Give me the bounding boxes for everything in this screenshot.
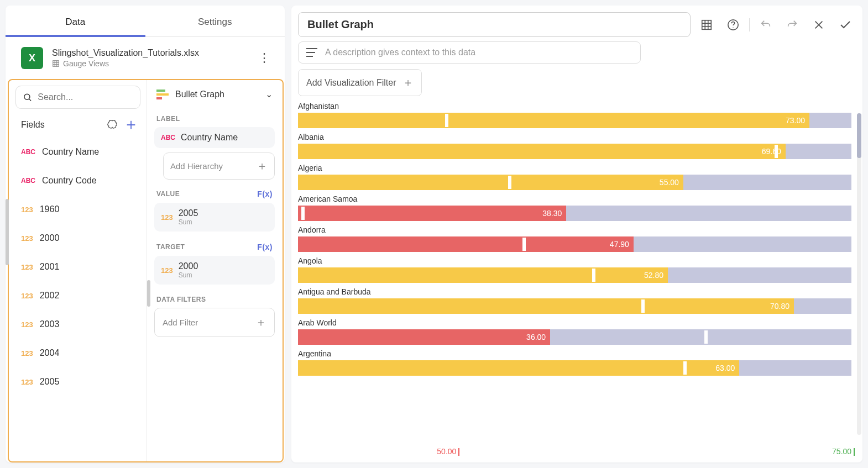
bullet-value-bar: 73.00 xyxy=(298,113,809,128)
redo-button[interactable] xyxy=(782,14,803,35)
field-item[interactable]: 1232001 xyxy=(15,253,140,281)
datasource-menu-button[interactable]: ⋮ xyxy=(255,51,274,65)
svg-rect-0 xyxy=(53,61,59,67)
bullet-target-marker xyxy=(301,207,305,220)
bullet-label: Algeria xyxy=(298,164,851,172)
plus-icon: ＋ xyxy=(402,75,414,90)
fields-list: ABCCountry NameABCCountry Code1231960123… xyxy=(15,138,140,396)
number-type-icon: 123 xyxy=(21,292,33,300)
axis-row: 50.00 75.00 xyxy=(298,444,856,456)
number-type-icon: 123 xyxy=(21,234,33,243)
svg-rect-12 xyxy=(702,20,712,29)
bullet-label: Antigua and Barbuda xyxy=(298,287,851,296)
bullet-label: Andorra xyxy=(298,225,851,234)
number-type-icon: 123 xyxy=(21,206,33,214)
grid-icon xyxy=(700,19,713,31)
description-input[interactable]: A description gives context to this data xyxy=(298,41,641,64)
bullet-track[interactable]: 63.00 xyxy=(298,360,851,376)
fx-target-button[interactable]: F(x) xyxy=(257,243,273,251)
bullet-track[interactable]: 52.80 xyxy=(298,267,851,283)
fields-header-row: Fields xyxy=(15,109,140,138)
bullet-target-marker xyxy=(508,176,511,189)
grid-view-button[interactable] xyxy=(696,14,717,35)
bullet-track[interactable]: 70.80 xyxy=(298,298,851,314)
config-column: Bullet Graph ⌄ LABEL ABC Country Name Ad… xyxy=(146,80,283,461)
bullet-target-marker xyxy=(592,269,595,282)
field-item[interactable]: ABCCountry Name xyxy=(15,138,140,166)
bullet-target-marker xyxy=(522,238,526,251)
excel-file-icon: X xyxy=(21,47,43,69)
panel-body-highlight: Fields ABCCountry NameABCCountry Code123… xyxy=(8,79,284,462)
search-box[interactable] xyxy=(15,86,140,109)
toolbar-separator xyxy=(749,18,750,31)
bullet-track[interactable]: 36.00 xyxy=(298,329,851,345)
field-label: 2002 xyxy=(40,291,60,301)
tab-settings[interactable]: Settings xyxy=(145,6,285,36)
label-field-pill[interactable]: ABC Country Name xyxy=(154,127,275,148)
field-item[interactable]: 1232005 xyxy=(15,367,140,396)
search-input[interactable] xyxy=(38,92,133,102)
number-type-icon: 123 xyxy=(21,320,33,329)
bullet-row: American Samoa 38.30 xyxy=(298,194,851,221)
close-button[interactable] xyxy=(808,14,829,35)
bullet-track[interactable]: 55.00 xyxy=(298,175,851,190)
bullet-row: Albania 69.60 xyxy=(298,133,851,159)
field-item[interactable]: ABCCountry Code xyxy=(15,166,140,195)
chevron-down-icon: ⌄ xyxy=(265,89,273,99)
bullet-row: Andorra 47.90 xyxy=(298,225,851,252)
bullet-track[interactable]: 47.90 xyxy=(298,236,851,252)
target-field-pill[interactable]: 123 2000 Sum xyxy=(154,256,275,285)
help-button[interactable] xyxy=(723,14,744,35)
plus-icon: ＋ xyxy=(255,315,266,330)
bullet-row: Algeria 55.00 xyxy=(298,164,851,190)
field-item[interactable]: 1232002 xyxy=(15,281,140,310)
bullet-value-bar: 52.80 xyxy=(298,267,668,283)
redo-icon xyxy=(786,19,798,31)
bullet-row: Antigua and Barbuda 70.80 xyxy=(298,287,851,314)
bullet-value-bar: 69.60 xyxy=(298,144,786,159)
field-item[interactable]: 1232000 xyxy=(15,224,140,253)
right-panel: A description gives context to this data… xyxy=(291,6,862,462)
add-data-filter-button[interactable]: Add Filter ＋ xyxy=(154,308,275,337)
bullet-target-marker xyxy=(683,361,687,375)
help-icon xyxy=(727,19,739,31)
fx-value-button[interactable]: F(x) xyxy=(257,190,273,198)
left-panel-scrollbar[interactable] xyxy=(6,199,9,265)
section-label-label: LABEL xyxy=(154,108,275,127)
bullet-row: Angola 52.80 xyxy=(298,256,851,283)
add-hierarchy-button[interactable]: Add Hierarchy ＋ xyxy=(163,153,275,180)
svg-rect-9 xyxy=(156,90,165,92)
section-label-value: VALUE F(x) xyxy=(154,183,275,203)
brain-icon[interactable] xyxy=(106,119,118,131)
bullet-track[interactable]: 38.30 xyxy=(298,206,851,221)
add-field-button[interactable] xyxy=(125,119,137,131)
fields-scrollbar[interactable] xyxy=(147,280,150,307)
value-field-pill[interactable]: 123 2005 Sum xyxy=(154,203,275,232)
field-label: 2003 xyxy=(40,319,60,329)
field-item[interactable]: 1232003 xyxy=(15,310,140,339)
bullet-label: Argentina xyxy=(298,349,851,358)
field-item[interactable]: 1232004 xyxy=(15,339,140,367)
svg-rect-11 xyxy=(156,97,162,99)
datasource-filename: Slingshot_Visualization_Tutorials.xlsx xyxy=(52,48,255,58)
filter-bar: Add Visualization Filter ＋ xyxy=(298,69,856,96)
subbar: A description gives context to this data xyxy=(298,41,856,64)
bullet-label: Arab World xyxy=(298,318,851,327)
confirm-button[interactable] xyxy=(835,14,856,35)
field-item[interactable]: 1231960 xyxy=(15,195,140,224)
search-icon xyxy=(23,92,32,103)
chart-area: Afghanistan 73.00 Albania 69.60 Algeria … xyxy=(298,102,856,444)
undo-button[interactable] xyxy=(755,14,776,35)
chart-scrollbar[interactable] xyxy=(857,113,861,435)
add-visualization-filter-button[interactable]: Add Visualization Filter ＋ xyxy=(298,69,422,96)
bullet-track[interactable]: 69.60 xyxy=(298,144,851,159)
bullet-value-bar: 70.80 xyxy=(298,298,794,314)
description-icon xyxy=(306,48,317,57)
number-type-icon: 123 xyxy=(161,213,173,222)
bullet-graph-icon xyxy=(156,90,170,99)
bullet-track[interactable]: 73.00 xyxy=(298,113,851,128)
visualization-type-selector[interactable]: Bullet Graph ⌄ xyxy=(154,86,275,108)
chart-title-input[interactable] xyxy=(298,12,691,37)
datasource-row: X Slingshot_Visualization_Tutorials.xlsx… xyxy=(6,37,285,78)
tab-data[interactable]: Data xyxy=(6,6,145,36)
